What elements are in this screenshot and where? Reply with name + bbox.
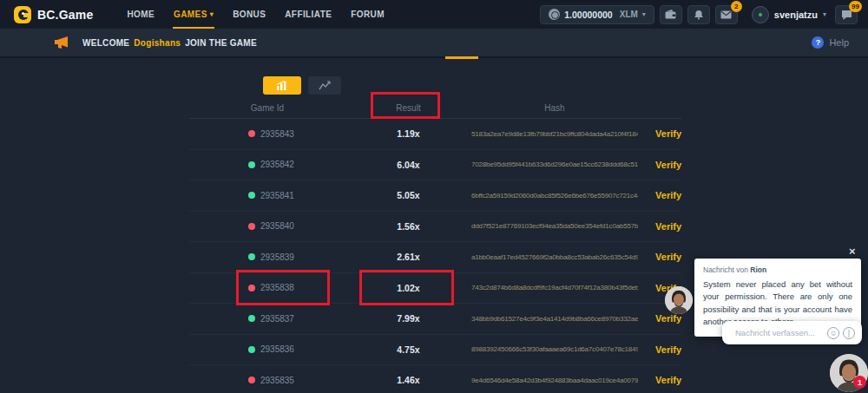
result-value: 1.46x [345,375,471,385]
status-dot [248,130,255,137]
status-dot [248,161,255,168]
chat-badge: 99 [849,1,862,12]
hash-value: 8988392450666c53f30afaaaea69c1d6a7c0407e… [471,345,638,353]
nav-item-forum[interactable]: FORUM [341,0,394,29]
chat-unread-badge: 1 [853,376,866,389]
result-value: 2.61x [345,252,471,262]
wallet-button[interactable] [660,5,682,24]
help-label: Help [829,37,849,48]
result-value: 7.99x [345,313,471,324]
site-chat-button[interactable]: 99 [835,5,858,24]
table-row-highlighted: 2935838 1.02x 743c2d874b6d8a8dcdf9fc19ac… [189,273,681,305]
nav-item-games[interactable]: GAMES▾ [164,0,223,29]
column-header-result: Result [345,103,471,113]
chat-message-input[interactable] [735,328,824,337]
balance-amount: 1.00000000 [564,10,612,20]
column-header-hash: Hash [471,103,638,113]
history-view-toggle [263,76,341,95]
nav-item-affiliate[interactable]: AFFILIATE [275,0,341,29]
verify-link[interactable]: Verify [638,252,681,262]
game-id: 2935842 [260,160,294,169]
balance-currency: XLM [620,10,638,19]
game-id: 2935839 [260,252,294,262]
hash-value: 348bb9db61527e4c9f3e4a1414d9b8ba66ce8970… [471,315,638,323]
game-id: 2935836 [260,344,294,354]
status-dot [248,253,255,260]
attachment-icon[interactable]: | [843,327,855,339]
verify-link[interactable]: Verify [638,375,681,385]
game-id: 2935843 [260,129,294,139]
table-row: 2935841 5.05x 6bffc2a59159d2060d0abc85f5… [189,180,681,212]
notifications-button[interactable] [687,5,710,24]
status-dot [248,346,255,353]
table-row: 2935837 7.99x 348bb9db61527e4c9f3e4a1414… [189,304,681,335]
table-header: Game Id Result Hash [189,97,681,119]
result-value: 5.05x [345,190,471,200]
balance-selector[interactable]: 1.00000000 XLM ▾ [540,5,654,24]
logo-text: BC.Game [37,8,93,22]
table-row: 2935842 6.04x 7028be95dd95f441b633d6d296… [189,150,681,181]
mail-icon [720,10,732,19]
game-id: 2935835 [260,376,294,385]
help-icon: ? [812,36,824,49]
game-id: 2935837 [260,314,294,324]
result-value: 4.75x [345,344,471,355]
chat-message-from: Nachricht von Rion [703,265,852,274]
bar-chart-icon [276,81,288,91]
table-row: 2935836 4.75x 8988392450666c53f30afaaaea… [189,335,681,366]
verify-link[interactable]: Verify [638,128,681,139]
chat-input-bar: ☺ | [722,321,862,344]
user-avatar [752,6,769,23]
help-button[interactable]: ? Help [812,36,849,49]
active-tab-indicator [445,56,478,59]
bc-game-logo-icon [14,6,31,23]
bc-game-page: BC.Game HOME GAMES▾ BONUS AFFILIATE FORU… [0,0,868,393]
status-dot [248,377,255,383]
game-id: 2935838 [260,283,294,292]
messages-button[interactable]: 2 [715,5,738,24]
verify-link[interactable]: Verify [638,344,681,355]
table-row: 2935840 1.56x ddd7f521e87769103ecf94ea35… [189,212,681,243]
table-row: 2935839 2.61x a1bb0eaaf17ed4527669f2a0bb… [189,242,681,273]
hash-value: 743c2d874b6d8a8dcdf9fc19acf4d70f74f12a38… [471,284,638,291]
megaphone-icon [54,36,69,49]
game-id: 2935841 [260,191,294,200]
status-dot [248,223,255,230]
hash-value: ddd7f521e87769103ecf94ea35da50ee354efd1c… [471,222,638,230]
status-dot [248,285,255,291]
nav-item-home[interactable]: HOME [117,0,164,29]
verify-link[interactable]: Verify [638,221,681,232]
column-header-game-id: Game Id [189,103,345,113]
bar-view-button[interactable] [263,76,301,95]
welcome-text: WELCOME Dogishans JOIN THE GAME [82,38,257,48]
table-row: 2935843 1.19x 5183a2ea7e9d8e13fb79bbf21b… [189,119,681,150]
chat-sender-name: Rion [750,265,766,274]
hash-value: 6bffc2a59159d2060d0abc85f526e6be676e5590… [471,192,638,200]
username: svenjatzu [774,10,818,20]
verify-link[interactable]: Verify [638,160,681,170]
bell-icon [694,10,704,20]
nav-item-bonus[interactable]: BONUS [223,0,275,29]
trend-chart-icon [319,81,331,90]
verify-link[interactable]: Verify [638,190,681,200]
welcome-username: Dogishans [134,38,181,48]
crash-history-table: Game Id Result Hash 2935843 1.19x 5183a2… [189,97,681,393]
chevron-down-icon: ▾ [642,10,646,18]
user-menu[interactable]: svenjatzu ▾ [752,6,826,23]
hash-value: 9e4d6546d4e58a42d3b4f924883baa4daac019ce… [471,377,638,384]
emoji-icon[interactable]: ☺ [827,327,839,339]
navbar-right: 1.00000000 XLM ▾ 2 svenjatzu ▾ 99 [540,5,858,24]
bc-game-logo[interactable]: BC.Game [14,6,93,23]
status-dot [248,315,255,322]
verify-link[interactable]: Verify [638,313,681,324]
welcome-banner: WELCOME Dogishans JOIN THE GAME ? Help [0,29,868,58]
hash-value: a1bb0eaaf17ed4527669f2a0bba8cc53abab26c6… [471,253,638,261]
status-dot [248,192,255,199]
result-value: 6.04x [345,160,471,170]
chat-sender-avatar [665,286,693,314]
chat-close-icon[interactable]: × [849,245,856,258]
mail-badge: 2 [731,1,742,12]
trend-view-button[interactable] [308,76,341,95]
result-value: 1.56x [345,221,471,232]
game-id: 2935840 [260,221,294,231]
